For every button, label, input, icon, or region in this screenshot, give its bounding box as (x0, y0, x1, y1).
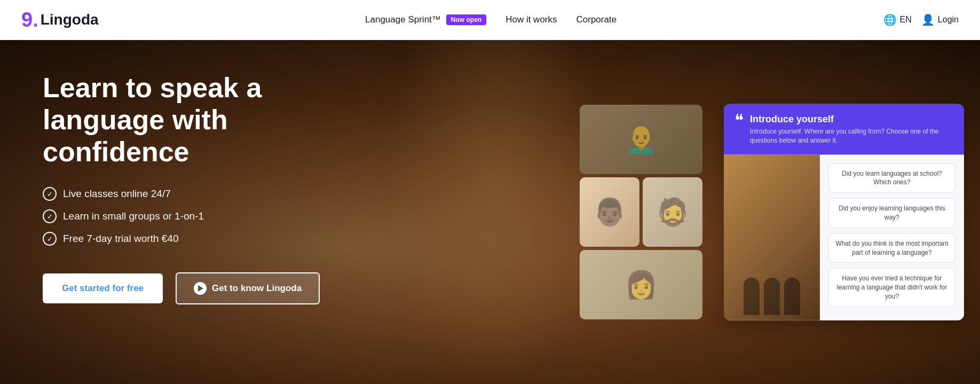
play-icon (194, 282, 207, 295)
get-started-button[interactable]: Get started for free (43, 273, 163, 303)
question-item-4[interactable]: Have you ever tried a technique for lear… (828, 268, 955, 307)
lesson-panel: ❝ Introduce yourself Introduce yourself.… (724, 104, 964, 320)
video-thumb-3: 🧔 (643, 177, 702, 247)
lesson-body: Did you learn languages at school? Which… (724, 154, 964, 320)
lesson-header-text: Introduce yourself Introduce yourself. W… (750, 114, 953, 145)
video-thumb-4: 👩 (580, 250, 702, 319)
feature-text-3: Free 7-day trial worth €40 (63, 233, 179, 245)
globe-icon: 🌐 (883, 13, 897, 26)
lesson-title: Introduce yourself (750, 114, 953, 125)
silhouette-2 (764, 277, 780, 315)
main-nav: Language Sprint™ Now open How it works C… (365, 14, 617, 25)
get-to-know-label: Get to know Lingoda (212, 283, 302, 294)
face-1: 👨‍🦲 (580, 105, 702, 174)
hero-title: Learn to speak a language with confidenc… (43, 72, 374, 168)
logo-text: Lingoda (41, 11, 99, 28)
face-4: 👩 (580, 250, 702, 319)
check-icon-2: ✓ (43, 209, 57, 223)
check-icon-1: ✓ (43, 187, 57, 201)
feature-item-1: ✓ Live classes online 24/7 (43, 187, 374, 201)
quote-mark-icon: ❝ (734, 112, 744, 129)
classroom-silhouettes (724, 221, 820, 320)
hero-buttons: Get started for free Get to know Lingoda (43, 272, 374, 304)
lesson-questions: Did you learn languages at school? Which… (820, 154, 964, 320)
user-icon: 👤 (921, 13, 935, 26)
header: 9. Lingoda Language Sprint™ Now open How… (0, 0, 980, 40)
lesson-classroom-image (724, 154, 820, 320)
video-thumb-1: 👨‍🦲 (580, 105, 702, 174)
silhouette-3 (784, 277, 800, 315)
feature-item-2: ✓ Learn in small groups or 1-on-1 (43, 209, 374, 223)
hero-content: Learn to speak a language with confidenc… (0, 40, 374, 304)
feature-item-3: ✓ Free 7-day trial worth €40 (43, 232, 374, 246)
hero-features-list: ✓ Live classes online 24/7 ✓ Learn in sm… (43, 187, 374, 246)
check-icon-3: ✓ (43, 232, 57, 246)
video-grid: 👨‍🦲 👨🏿 🧔 👩 (580, 105, 702, 319)
get-to-know-button[interactable]: Get to know Lingoda (176, 272, 320, 304)
header-right: 🌐 EN 👤 Login (883, 13, 959, 26)
silhouette-1 (744, 277, 760, 315)
hero-section: Learn to speak a language with confidenc… (0, 40, 980, 384)
question-item-3[interactable]: What do you think is the most important … (828, 233, 955, 263)
language-selector[interactable]: 🌐 EN (883, 13, 912, 26)
face-3: 🧔 (643, 177, 702, 247)
play-triangle (198, 285, 203, 292)
logo[interactable]: 9. Lingoda (21, 10, 99, 30)
logo-mark: 9. (21, 10, 38, 30)
lesson-subtitle: Introduce yourself. Where are you callin… (750, 127, 953, 145)
sprint-badge: Now open (446, 14, 486, 25)
question-item-2[interactable]: Did you enjoy learning languages this wa… (828, 198, 955, 228)
login-button[interactable]: 👤 Login (921, 13, 959, 26)
lesson-header: ❝ Introduce yourself Introduce yourself.… (724, 104, 964, 155)
nav-item-corporate[interactable]: Corporate (576, 14, 617, 25)
lang-code: EN (900, 15, 912, 25)
face-2: 👨🏿 (580, 177, 639, 247)
feature-text-1: Live classes online 24/7 (63, 188, 171, 200)
sprint-label: Language Sprint™ (365, 14, 441, 25)
nav-item-how-it-works[interactable]: How it works (505, 14, 557, 25)
video-thumb-2: 👨🏿 (580, 177, 639, 247)
feature-text-2: Learn in small groups or 1-on-1 (63, 210, 204, 222)
nav-item-sprint[interactable]: Language Sprint™ Now open (365, 14, 486, 25)
question-item-1[interactable]: Did you learn languages at school? Which… (828, 163, 955, 193)
login-label: Login (938, 15, 959, 25)
